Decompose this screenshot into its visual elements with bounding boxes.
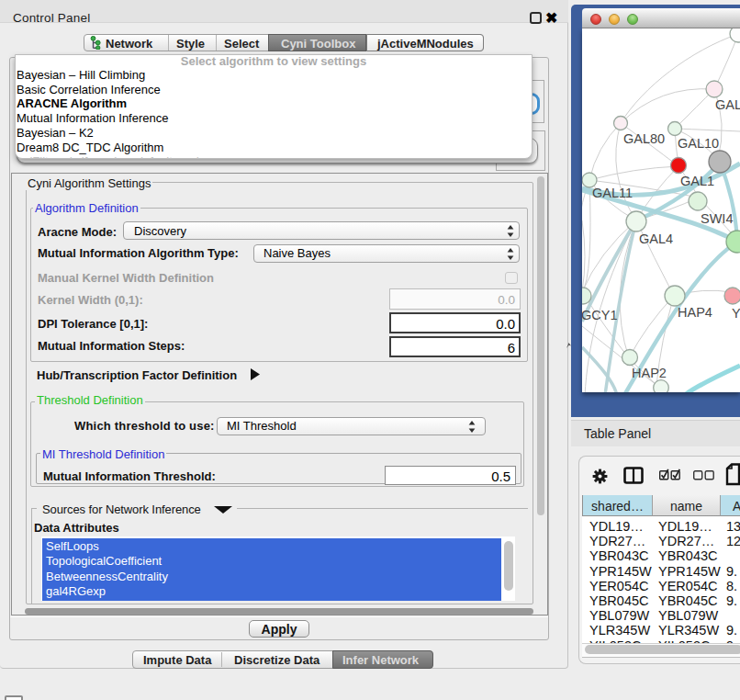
svg-text:GAL4: GAL4 <box>639 231 673 246</box>
svg-text:GAL: GAL <box>715 97 740 112</box>
svg-text:GAL10: GAL10 <box>678 136 719 151</box>
svg-text:Y: Y <box>732 306 740 321</box>
svg-text:GCY1: GCY1 <box>582 308 618 322</box>
svg-text:GAL80: GAL80 <box>623 131 665 146</box>
svg-text:GAL11: GAL11 <box>592 186 633 200</box>
svg-text:HAP2: HAP2 <box>632 366 667 380</box>
svg-text:HAP4: HAP4 <box>678 305 712 320</box>
svg-text:SWI4: SWI4 <box>701 211 733 226</box>
svg-text:GAL1: GAL1 <box>680 174 714 188</box>
